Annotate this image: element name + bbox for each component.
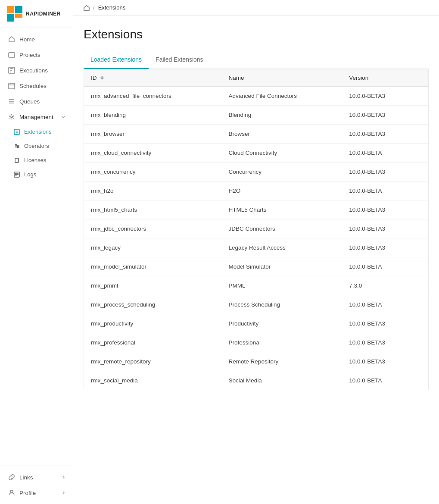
logo-text: RAPIDMINER <box>26 11 61 17</box>
sidebar-item-licenses[interactable]: Licenses <box>0 153 73 167</box>
table-row: rmx_blendingBlending10.0.0-BETA3 <box>84 106 428 125</box>
cell-id: rmx_professional <box>84 333 222 352</box>
main-content: / Extensions Extensions Loaded Extension… <box>73 0 439 504</box>
tab-loaded-extensions[interactable]: Loaded Extensions <box>84 52 149 69</box>
page-title: Extensions <box>84 28 429 41</box>
cell-id: rmx_browser <box>84 125 222 144</box>
svg-rect-1 <box>15 6 22 13</box>
sidebar-item-projects-label: Projects <box>19 52 40 58</box>
table-row: rmx_professionalProfessional10.0.0-BETA3 <box>84 333 428 352</box>
svg-point-9 <box>15 144 17 146</box>
page-content: Extensions Loaded Extensions Failed Exte… <box>73 16 439 504</box>
cell-id: rmx_html5_charts <box>84 200 222 219</box>
column-header-id[interactable]: ID <box>84 69 222 87</box>
cell-name: Browser <box>222 125 342 144</box>
sidebar-management-label: Management <box>19 114 53 120</box>
cell-version: 10.0.0-BETA3 <box>342 163 428 182</box>
profile-chevron-icon <box>61 490 66 495</box>
extensions-table-container: ID Name Version <box>84 69 429 390</box>
table-row: rmx_remote_repositoryRemote Repository10… <box>84 352 428 371</box>
breadcrumb: / Extensions <box>73 0 439 16</box>
cell-version: 10.0.0-BETA <box>342 144 428 163</box>
cell-version: 10.0.0-BETA3 <box>342 238 428 257</box>
table-row: rmx_social_mediaSocial Media10.0.0-BETA <box>84 371 428 390</box>
table-row: rmx_productivityProductivity10.0.0-BETA3 <box>84 314 428 333</box>
executions-icon <box>8 67 15 74</box>
cell-name: Concurrency <box>222 163 342 182</box>
cell-version: 10.0.0-BETA3 <box>342 333 428 352</box>
sidebar-item-home-label: Home <box>19 36 35 43</box>
cell-version: 10.0.0-BETA3 <box>342 219 428 238</box>
sidebar-item-operators-label: Operators <box>24 143 49 149</box>
links-icon <box>8 474 15 481</box>
tab-failed-extensions[interactable]: Failed Extensions <box>149 52 210 69</box>
sort-id-icon <box>100 76 104 80</box>
cell-id: rmx_model_simulator <box>84 257 222 276</box>
cell-version: 10.0.0-BETA <box>342 295 428 314</box>
svg-point-10 <box>17 146 19 148</box>
sidebar-item-logs-label: Logs <box>24 171 36 178</box>
cell-name: Social Media <box>222 371 342 390</box>
breadcrumb-home-icon[interactable] <box>84 5 90 11</box>
management-icon <box>8 113 15 120</box>
cell-name: Professional <box>222 333 342 352</box>
cell-name: Legacy Result Access <box>222 238 342 257</box>
table-row: rmx_advanced_file_connectorsAdvanced Fil… <box>84 87 428 106</box>
sidebar-item-extensions[interactable]: Extensions <box>0 125 73 139</box>
cell-id: rmx_cloud_connectivity <box>84 144 222 163</box>
licenses-icon <box>14 157 20 163</box>
table-row: rmx_jdbc_connectorsJDBC Connectors10.0.0… <box>84 219 428 238</box>
table-row: rmx_process_schedulingProcess Scheduling… <box>84 295 428 314</box>
links-chevron-icon <box>61 475 66 480</box>
extensions-icon <box>14 129 20 135</box>
sidebar-item-extensions-label: Extensions <box>24 128 52 135</box>
cell-version: 10.0.0-BETA3 <box>342 87 428 106</box>
operators-icon <box>14 143 20 149</box>
logs-icon <box>14 172 20 178</box>
sidebar-item-operators[interactable]: Operators <box>0 139 73 153</box>
sidebar-item-management[interactable]: Management <box>0 109 73 125</box>
breadcrumb-extensions: Extensions <box>98 4 126 11</box>
main-nav: Home Projects Executions Schedules <box>0 28 73 466</box>
profile-icon <box>8 489 15 496</box>
cell-version: 10.0.0-BETA <box>342 371 428 390</box>
svg-rect-6 <box>9 83 15 89</box>
column-header-name: Name <box>222 69 342 87</box>
cell-name: PMML <box>222 276 342 295</box>
table-header: ID Name Version <box>84 69 428 87</box>
sidebar-item-logs[interactable]: Logs <box>0 167 73 182</box>
logo[interactable]: RAPIDMINER <box>0 0 73 28</box>
sidebar-item-links-label: Links <box>19 474 33 481</box>
sidebar-item-profile[interactable]: Profile <box>0 485 73 501</box>
cell-version: 10.0.0-BETA <box>342 257 428 276</box>
cell-name: Model Simulator <box>222 257 342 276</box>
cell-name: JDBC Connectors <box>222 219 342 238</box>
table-row: rmx_cloud_connectivityCloud Connectivity… <box>84 144 428 163</box>
extensions-table: ID Name Version <box>84 69 428 390</box>
sidebar-item-links[interactable]: Links <box>0 470 73 485</box>
svg-rect-0 <box>7 6 14 13</box>
cell-name: Process Scheduling <box>222 295 342 314</box>
projects-icon <box>8 51 15 58</box>
tabs-container: Loaded Extensions Failed Extensions <box>84 52 429 69</box>
svg-point-12 <box>10 490 13 493</box>
sidebar-item-schedules[interactable]: Schedules <box>0 78 73 94</box>
sidebar-item-profile-label: Profile <box>19 490 36 496</box>
column-header-version: Version <box>342 69 428 87</box>
cell-name: Remote Repository <box>222 352 342 371</box>
cell-id: rmx_legacy <box>84 238 222 257</box>
table-row: rmx_html5_chartsHTML5 Charts10.0.0-BETA3 <box>84 200 428 219</box>
cell-id: rmx_remote_repository <box>84 352 222 371</box>
sidebar-item-home[interactable]: Home <box>0 31 73 47</box>
table-row: rmx_model_simulatorModel Simulator10.0.0… <box>84 257 428 276</box>
cell-version: 10.0.0-BETA3 <box>342 314 428 333</box>
table-row: rmx_legacyLegacy Result Access10.0.0-BET… <box>84 238 428 257</box>
cell-id: rmx_concurrency <box>84 163 222 182</box>
svg-point-7 <box>11 116 12 118</box>
sidebar-item-queues-label: Queues <box>19 98 40 105</box>
svg-rect-4 <box>9 53 15 57</box>
sidebar-item-queues[interactable]: Queues <box>0 94 73 109</box>
sidebar-item-executions[interactable]: Executions <box>0 63 73 78</box>
cell-name: HTML5 Charts <box>222 200 342 219</box>
sidebar-item-projects[interactable]: Projects <box>0 47 73 63</box>
